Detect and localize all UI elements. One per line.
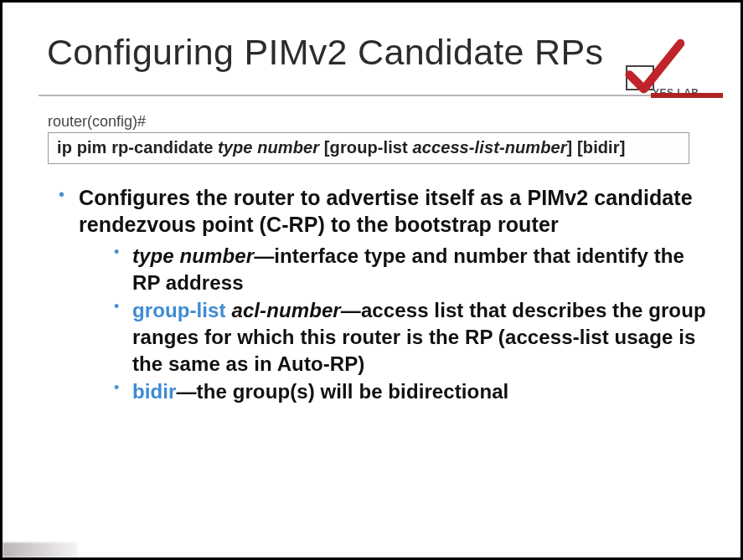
keyword-bidir: bidir	[132, 380, 177, 403]
cmd-arg-type-number: type number	[218, 138, 319, 157]
cmd-kw-group-list: group-list	[330, 138, 408, 157]
content-area: Configures the router to advertise itsel…	[0, 184, 743, 405]
footer-artifact	[3, 542, 78, 557]
bracket-open-1: [	[324, 138, 330, 157]
sub3-rest: —the group(s) will be bidirectional	[177, 380, 509, 403]
divider	[0, 93, 743, 98]
title-area: Configuring PIMv2 Candidate RPs YES LAB	[0, 0, 743, 73]
sub-list: type number—interface type and number th…	[112, 243, 709, 405]
sub-bullet-bidir: bidir—the group(s) will be bidirectional	[112, 378, 709, 405]
arg-acl-number: acl-number	[231, 299, 340, 321]
cmd-kw-bidir: bidir	[583, 138, 620, 157]
bracket-close-1: ]	[567, 138, 573, 157]
arg-type-number: type number	[132, 244, 254, 267]
bracket-close-2: ]	[620, 138, 626, 157]
keyword-group-list: group-list	[132, 299, 226, 321]
bracket-open-2: [	[577, 138, 583, 157]
cmd-base: ip pim rp-candidate	[57, 138, 213, 157]
sub-bullet-type-number: type number—interface type and number th…	[112, 243, 709, 295]
slide: Configuring PIMv2 Candidate RPs YES LAB …	[0, 0, 743, 560]
sub-bullet-group-list: group-list acl-number—access list that d…	[112, 297, 709, 377]
command-box: ip pim rp-candidate type number [group-l…	[48, 132, 689, 164]
cmd-arg-acl-number: access-list-number	[413, 138, 567, 157]
main-list: Configures the router to advertise itsel…	[54, 184, 709, 405]
main-bullet: Configures the router to advertise itsel…	[54, 184, 709, 405]
prompt-label: router(config)#	[48, 113, 743, 131]
main-bullet-text: Configures the router to advertise itsel…	[79, 186, 693, 236]
